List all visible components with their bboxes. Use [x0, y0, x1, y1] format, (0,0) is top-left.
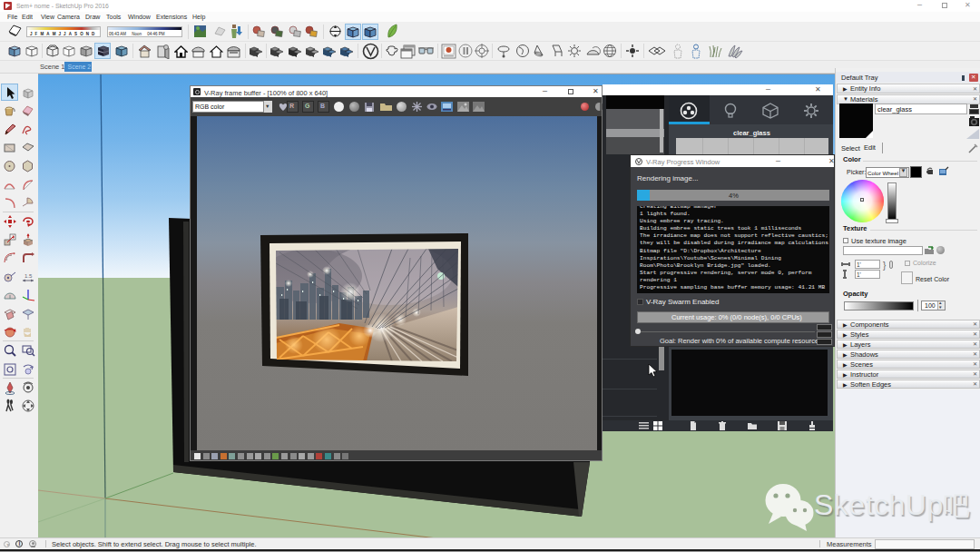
- svg-text:1.5: 1.5: [24, 273, 33, 279]
